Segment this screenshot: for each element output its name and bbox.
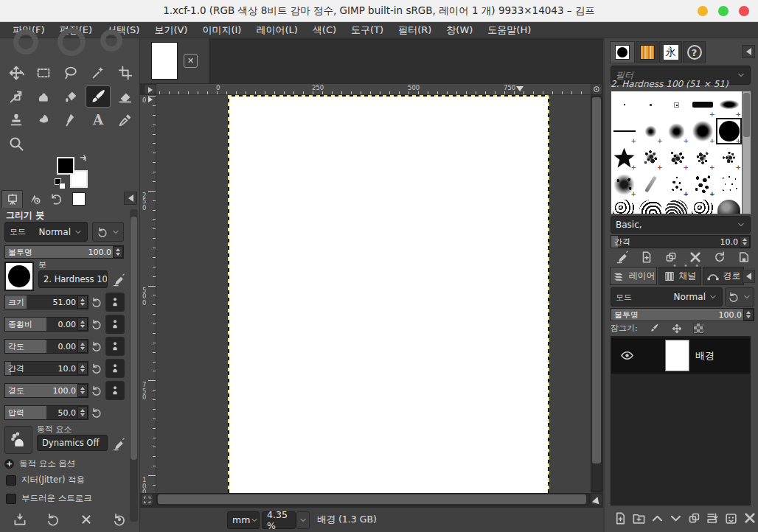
raise-layer-icon[interactable] [649,509,666,527]
help-tab[interactable]: ? [683,41,706,63]
dynamics-link-button[interactable] [105,381,125,400]
크기-slider[interactable]: 크기51.00 [4,295,88,309]
menu-item-6[interactable]: 레이어(L) [249,23,304,38]
checkbox-box[interactable] [6,475,16,486]
brush-item[interactable]: + [638,118,664,144]
clone-tool[interactable] [4,109,29,131]
brush-item[interactable]: + [664,118,689,144]
reset-icon[interactable] [90,317,103,332]
new-brush-icon[interactable] [638,249,656,265]
rectangle-select-tool[interactable] [31,62,56,84]
menu-item-8[interactable]: 도구(T) [344,23,390,38]
reset-icon[interactable] [90,339,103,354]
brush-item[interactable]: + [690,171,716,197]
checkbox-2[interactable]: 부드러운 스트로크 [6,493,92,504]
brush-item[interactable]: + [611,171,637,197]
menu-item-7[interactable]: 색(C) [306,23,343,38]
lock-paint-icon[interactable] [648,322,661,335]
vertical-scrollbar[interactable] [591,96,602,492]
brush-item[interactable]: + [690,91,716,118]
lock-alpha-icon[interactable] [693,323,704,334]
brush-name-field[interactable]: 2. Hardness 100 [38,270,108,288]
save-preset-icon[interactable] [10,510,29,529]
fuzzy-select-tool[interactable] [86,62,111,84]
종횡비-slider[interactable]: 종횡비0.00 [4,317,88,332]
spinner[interactable] [77,295,88,309]
brush-item[interactable] [611,91,637,118]
brushes-tab[interactable] [610,41,635,63]
dynamics-link-button[interactable] [105,315,125,334]
dynamics-options-expander[interactable]: + 동적 요소 옵션 [4,458,75,469]
edit-dynamics-icon[interactable] [111,436,127,452]
spinner[interactable] [77,362,88,375]
collapse-dock-icon[interactable] [742,45,755,58]
image-tab[interactable] [140,38,209,83]
quick-mask-toggle[interactable] [141,494,153,505]
brush-preview[interactable] [4,262,34,291]
duplicate-layer-icon[interactable] [686,509,703,527]
unified-transform-tool[interactable] [4,85,29,108]
eraser-tool[interactable] [113,85,138,108]
brush-item[interactable]: + [664,171,689,197]
device-status-tab[interactable] [24,190,45,208]
open-brush-as-image-icon[interactable] [735,249,753,265]
brush-item[interactable] [716,171,742,197]
delete-preset-icon[interactable] [77,510,96,529]
canvas-viewport[interactable] [156,95,591,493]
brush-item[interactable] [638,91,664,118]
brush-item[interactable]: + [716,91,742,118]
menu-item-9[interactable]: 필터(R) [392,23,438,38]
zoom-follow-window-button[interactable] [591,83,602,95]
dynamics-link-button[interactable] [105,337,125,356]
opacity-slider[interactable]: 불투명100.0 [4,245,124,259]
reset-icon[interactable] [90,405,103,420]
zoom-level-field[interactable]: 4.35 % [262,511,296,529]
visibility-eye-icon[interactable] [620,349,634,363]
brush-grid-scrollbar[interactable] [743,91,751,214]
brush-item[interactable]: + [690,118,716,144]
brush-item[interactable]: + [664,144,689,171]
vertical-scrollbar-thumb[interactable] [592,97,601,463]
layer-mode-reset-button[interactable] [725,287,754,307]
swap-colors-icon[interactable] [78,153,91,166]
layer-mode-dropdown[interactable]: 모드 Normal [611,287,723,307]
patterns-tab[interactable] [636,41,658,63]
horizontal-scrollbar-thumb[interactable] [158,494,586,504]
ink-tool[interactable] [58,109,83,131]
text-tool[interactable]: A [86,109,111,131]
spinner[interactable] [77,340,88,353]
move-tool[interactable] [4,62,29,84]
unit-dropdown[interactable]: mm [227,511,260,529]
brush-item[interactable] [611,197,637,214]
brush-item[interactable] [638,171,664,197]
brush-spacing-slider[interactable]: 간격10.0 [611,235,751,248]
collapse-dock-icon[interactable] [742,270,755,283]
canvas-image[interactable] [229,96,548,493]
brush-item[interactable]: + [611,144,637,171]
navigation-button[interactable] [591,493,602,506]
zoom-light[interactable] [718,6,729,16]
merge-layer-icon[interactable] [704,509,721,527]
undo-history-tab[interactable] [46,190,67,208]
spinner[interactable] [77,318,88,331]
smudge-tool[interactable] [31,109,56,131]
edit-brush-icon[interactable] [111,272,127,288]
delete-layer-icon[interactable] [741,509,758,527]
fonts-tab[interactable]: 永 [659,41,682,63]
reset-icon[interactable] [90,383,103,398]
layer-list[interactable]: 배경 [611,336,751,505]
tool-options-tab[interactable] [1,190,23,208]
spinner[interactable] [740,236,750,248]
brush-item[interactable] [716,197,742,214]
close-light[interactable] [739,6,749,16]
refresh-brushes-icon[interactable] [711,249,729,265]
경도-slider[interactable]: 경도100.0 [4,383,88,398]
minimize-light[interactable] [698,6,708,16]
layer-name[interactable]: 배경 [695,349,714,363]
bucket-fill-tool[interactable] [58,85,83,108]
new-layer-icon[interactable] [612,509,629,527]
add-mask-icon[interactable] [723,509,740,527]
dynamics-name-field[interactable]: Dynamics Off [37,435,108,451]
images-tab[interactable] [68,190,89,208]
layer-opacity-slider[interactable]: 불투명100.0 [611,308,754,321]
